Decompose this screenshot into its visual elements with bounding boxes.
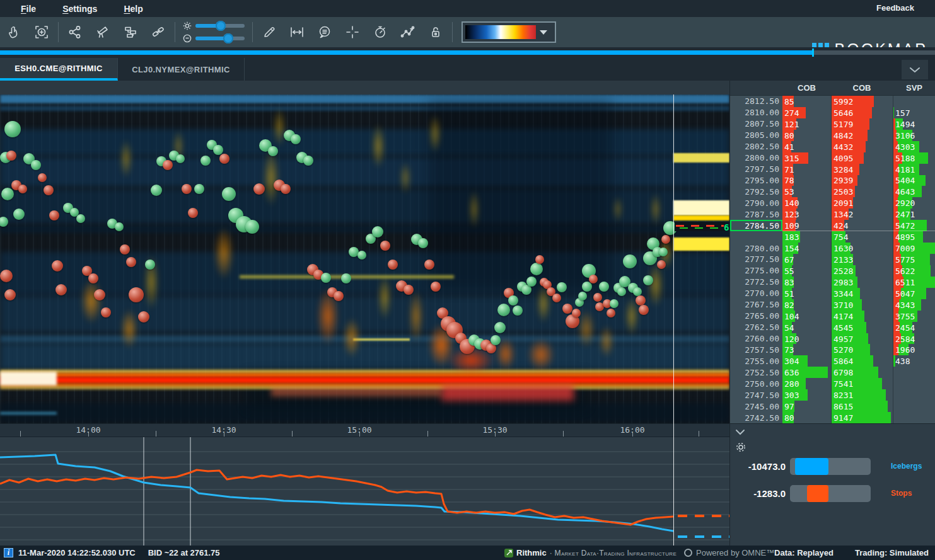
buy-trade-bubble — [194, 184, 204, 194]
stops-bar[interactable] — [790, 485, 871, 502]
svp-value: 4895 — [895, 232, 915, 242]
telescope-icon[interactable] — [89, 20, 117, 45]
ladder-row[interactable]: 2780.0015416307009 — [730, 243, 935, 254]
ladder-price: 2767.50 — [730, 299, 782, 311]
buy-trade-bubble — [582, 282, 592, 292]
svp-value: 4643 — [895, 187, 915, 197]
ladder-row[interactable]: 2805.008048423106 — [730, 130, 935, 141]
sell-trade-bubble — [253, 183, 265, 195]
cob1-value: 55 — [784, 266, 794, 275]
buy-trade-bubble — [76, 214, 85, 223]
sell-trade-bubble — [38, 173, 47, 182]
ladder-row[interactable]: 2777.506721335775 — [730, 254, 935, 265]
ladder-row[interactable]: 2810.002745646157 — [730, 107, 935, 118]
ladder-row[interactable]: 2775.005525285622 — [730, 265, 935, 277]
ladder-price: 2800.00 — [730, 152, 782, 164]
ladder-row[interactable]: 2790.0014020912920 — [730, 197, 935, 209]
ladder-row[interactable]: 2742.50809147 — [730, 412, 935, 423]
hand-icon[interactable] — [0, 20, 28, 45]
ladder-row[interactable]: 2795.007829395404 — [730, 175, 935, 186]
sell-trade-bubble — [101, 307, 111, 317]
ladder-row[interactable]: 2757.507352701960 — [730, 344, 935, 355]
ladder-row[interactable]: 2760.0012049572584 — [730, 333, 935, 345]
menu-item-help[interactable]: Help — [124, 4, 142, 14]
tab-esh0.cme[interactable]: ESH0.CME@RITHMIC — [0, 58, 118, 81]
heat-gradient-preview — [465, 25, 536, 39]
buy-trade-bubble — [13, 209, 25, 220]
sell-trade-bubble — [219, 154, 229, 164]
replay-progress-handle[interactable] — [812, 49, 814, 57]
cob2-value: 2091 — [833, 198, 853, 208]
ladder-row[interactable]: 2770.005133445047 — [730, 288, 935, 299]
link-icon[interactable] — [144, 20, 172, 45]
stops-row: -1283.0 Stops — [730, 484, 935, 503]
ladder-row[interactable]: 2747.503038231 — [730, 389, 935, 401]
cob2-value: 5179 — [833, 119, 853, 129]
buy-trade-bubble — [341, 273, 351, 283]
svp-value: 2920 — [895, 198, 915, 208]
tabs-collapse-button[interactable] — [902, 60, 928, 79]
menu-item-file[interactable]: File — [21, 4, 36, 14]
cob1-value: 123 — [784, 210, 799, 219]
ladder-row[interactable]: 2792.505325034643 — [730, 186, 935, 197]
ladder-row[interactable]: 2755.003045864438 — [730, 355, 935, 367]
heat-palette-selector[interactable] — [462, 21, 556, 43]
icebergs-bar[interactable] — [790, 458, 871, 475]
cob1-value: 140 — [784, 198, 799, 208]
heatmap-chart[interactable] — [0, 94, 729, 423]
chevron-down-icon — [540, 30, 547, 35]
svp-value: 4303 — [895, 142, 915, 151]
cob2-value: 424 — [833, 221, 848, 231]
lock-icon[interactable] — [422, 20, 450, 45]
ladder-row[interactable]: 1837544895 — [730, 231, 935, 243]
timer-icon[interactable] — [366, 20, 394, 45]
ladder-row[interactable]: 2800.0031540955188 — [730, 152, 935, 164]
cob2-value: 4957 — [833, 334, 853, 343]
crosshair-icon[interactable] — [339, 20, 366, 45]
ladder-row[interactable]: 2802.504144324303 — [730, 141, 935, 152]
zoom-region-icon[interactable] — [28, 20, 55, 45]
sun-icon — [183, 21, 192, 30]
trajectory-icon[interactable] — [394, 20, 422, 45]
ladder-row[interactable]: 2797.507132844181 — [730, 164, 935, 175]
ladder-collapse-button[interactable] — [735, 426, 745, 438]
menu-item-settings[interactable]: Settings — [62, 4, 97, 14]
ladder-row[interactable]: 2807.5012151791494 — [730, 118, 935, 130]
feedback-link[interactable]: Feedback — [876, 3, 914, 13]
brightness-slider[interactable] — [183, 21, 245, 31]
gear-icon[interactable] — [735, 442, 746, 455]
note-bubble-icon[interactable] — [311, 20, 339, 45]
ladder-row[interactable]: 2767.508237104343 — [730, 299, 935, 311]
buy-trade-bubble — [200, 156, 211, 166]
cob2-value: 3344 — [833, 289, 853, 298]
pencil-icon[interactable] — [255, 20, 283, 45]
ladder-row[interactable]: 2765.0010441743755 — [730, 311, 935, 322]
tab-clj0.nymex[interactable]: CLJ0.NYMEX@RITHMIC — [118, 58, 245, 81]
ladder-price: 2810.00 — [730, 107, 782, 118]
info-icon[interactable]: i — [4, 548, 13, 557]
last-trade-size-label: 6 — [724, 222, 729, 232]
ladder-row[interactable]: 2762.505445452454 — [730, 322, 935, 333]
ladder-price: 2762.50 — [730, 322, 782, 333]
ladder-row[interactable]: 2750.002807541 — [730, 378, 935, 389]
ladder-row[interactable]: 2745.00978615 — [730, 401, 935, 412]
ladder-row[interactable]: 2772.508329836511 — [730, 277, 935, 288]
ladder-row[interactable]: 2784.501094245472 — [730, 220, 935, 231]
buy-trade-bubble — [578, 292, 587, 300]
share-icon[interactable] — [61, 20, 89, 45]
hierarchy-icon[interactable] — [117, 20, 144, 45]
cob1-value: 73 — [784, 345, 794, 355]
indicator-panel[interactable]: 0-5000-10000150010005000-500-1000-1500-2… — [0, 437, 729, 546]
ladder-row[interactable]: 2752.506366798 — [730, 367, 935, 378]
measure-icon[interactable] — [283, 20, 311, 45]
status-timestamp: 11-Mar-2020 14:22:52.030 UTC — [18, 548, 136, 557]
sell-trade-bubble — [44, 185, 54, 195]
sell-trade-bubble — [404, 285, 414, 295]
status-bar: i 11-Mar-2020 14:22:52.030 UTC BID ~22 a… — [0, 546, 935, 560]
cob2-value: 5992 — [833, 96, 853, 106]
buy-trade-bubble — [115, 222, 124, 231]
ladder-row[interactable]: 2812.50855992 — [730, 96, 935, 107]
stops-label: Stops — [891, 489, 912, 498]
clock-slider[interactable] — [183, 33, 245, 43]
ladder-row[interactable]: 2787.5012313422471 — [730, 209, 935, 220]
